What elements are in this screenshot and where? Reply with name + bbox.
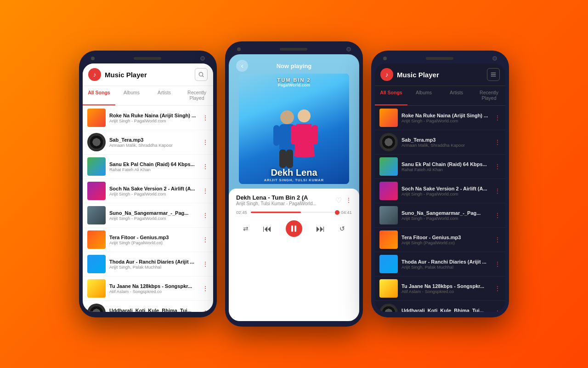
album-art: TUM BIN 2 PagalWorld.com [239,74,349,184]
notch-bar-3 [375,56,505,63]
d-song-item-9[interactable]: Uddharali_Koti_Kule_Bhima_Tuj... unknown… [375,301,505,312]
app-header-dark: ♪ Music Player [375,63,505,86]
song-item-5[interactable]: Suno_Na_Sangemarmar_-_Pag... Arijit Sing… [83,203,213,228]
app-title-light: Music Player [105,71,195,79]
d-song-more-8[interactable]: ⋮ [494,285,501,292]
np-song-main: Dekh Lena - Tum Bin 2 (A Arijit Singh, T… [236,194,335,206]
now-playing-title: Now playing [277,63,312,69]
song-item-2[interactable]: Sab_Tera.mp3 Armaan Malik, Shraddha Kapo… [83,130,213,155]
d-song-more-1[interactable]: ⋮ [494,114,501,121]
d-song-info-9: Uddharali_Koti_Kule_Bhima_Tuj... unknown [401,308,492,312]
song-title-3: Sanu Ek Pal Chain (Raid) 64 Kbps... [109,161,200,167]
heart-button[interactable]: ♡ [335,196,342,205]
song-artist-6: Arijit Singh (PagalWorld.co) [109,240,200,245]
d-song-item-6[interactable]: Tera Fitoor - Genius.mp3 Arijit Singh (P… [375,228,505,252]
d-song-more-7[interactable]: ⋮ [494,260,501,268]
song-title-7: Thoda Aur - Ranchi Diaries (Arijit ... [109,259,200,264]
song-thumb-9 [87,304,106,312]
dekh-lena-text: Dekh Lena [243,167,345,178]
d-song-thumb-2 [379,133,398,151]
np-header: ‹ Now playing [229,54,359,74]
tab-albums-dark[interactable]: Albums [407,86,440,105]
time-total: 04:41 [341,210,352,215]
d-song-more-9[interactable]: ⋮ [494,309,501,312]
song-info-9: Uddharali_Koti_Kule_Bhima_Tuj... unknown [109,308,200,312]
d-song-more-3[interactable]: ⋮ [494,163,501,170]
progress-thumb [335,210,339,215]
song-item-4[interactable]: Soch Na Sake Version 2 - Airlift (A... A… [83,179,213,203]
tab-all-songs-light[interactable]: All Songs [83,86,115,105]
music-note-icon: ♪ [93,71,96,78]
repeat-button[interactable]: ↺ [339,225,345,232]
song-item-3[interactable]: Sanu Ek Pal Chain (Raid) 64 Kbps... Raha… [83,155,213,179]
song-item-6[interactable]: Tera Fitoor - Genius.mp3 Arijit Singh (P… [83,228,213,252]
d-song-thumb-6 [379,230,398,249]
song-thumb-5 [87,206,106,224]
prev-button[interactable]: ⏮ [263,224,272,234]
player-controls: ⇄ ⏮ ⏭ ↺ [236,220,352,237]
svg-point-8 [298,109,311,122]
song-thumb-6 [87,230,106,249]
tabs-light: All Songs Albums Artists Recently Played [83,86,213,106]
song-thumb-2 [87,133,106,151]
d-song-title-3: Sanu Ek Pal Chain (Raid) 64 Kbps... [401,161,492,167]
song-more-7[interactable]: ⋮ [202,260,209,268]
d-song-more-4[interactable]: ⋮ [494,187,501,195]
song-more-4[interactable]: ⋮ [202,187,209,195]
camera-1 [200,56,205,61]
back-button[interactable]: ‹ [236,60,248,72]
d-song-item-3[interactable]: Sanu Ek Pal Chain (Raid) 64 Kbps... Raha… [375,155,505,179]
watermark-text: PagalWorld.com [239,83,349,87]
song-item-7[interactable]: Thoda Aur - Ranchi Diaries (Arijit ... A… [83,252,213,276]
d-song-item-5[interactable]: Suno_Na_Sangemarmar_-_Pag... Arijit Sing… [375,203,505,228]
d-song-thumb-8 [379,279,398,298]
tab-artists-light[interactable]: Artists [148,86,181,105]
d-song-item-4[interactable]: Soch Na Sake Version 2 - Airlift (A... A… [375,179,505,203]
song-item-1[interactable]: Roke Na Ruke Naina (Arijit Singh) ... Ar… [83,106,213,130]
d-song-item-8[interactable]: Tu Jaane Na 128kbps - Songspkr... Atif A… [375,276,505,301]
song-more-8[interactable]: ⋮ [202,285,209,292]
d-song-artist-8: Atif Aslam - Songspkred.co [401,289,492,294]
d-song-title-8: Tu Jaane Na 128kbps - Songspkr... [401,283,492,289]
song-more-9[interactable]: ⋮ [202,309,209,312]
d-song-more-2[interactable]: ⋮ [494,138,501,146]
phone-player: ‹ Now playing TUM BIN 2 PagalWorld.com [225,41,363,327]
d-song-title-5: Suno_Na_Sangemarmar_-_Pag... [401,210,492,216]
tab-albums-light[interactable]: Albums [115,86,148,105]
song-title-1: Roke Na Ruke Naina (Arijit Singh) ... [109,113,200,118]
d-song-item-1[interactable]: Roke Na Ruke Naina (Arijit Singh) ... Ar… [375,106,505,130]
song-thumb-4 [87,182,106,200]
tab-recently-played-light[interactable]: Recently Played [181,86,213,105]
d-song-thumb-9 [379,304,398,312]
next-button[interactable]: ⏭ [316,224,325,234]
song-more-6[interactable]: ⋮ [202,236,209,243]
song-more-1[interactable]: ⋮ [202,114,209,121]
d-song-thumb-4 [379,182,398,200]
tab-recently-played-dark[interactable]: Recently Played [473,86,505,105]
d-song-item-7[interactable]: Thoda Aur - Ranchi Diaries (Arijit ... A… [375,252,505,276]
song-more-2[interactable]: ⋮ [202,138,209,146]
d-song-info-8: Tu Jaane Na 128kbps - Songspkr... Atif A… [401,283,492,294]
d-song-item-2[interactable]: Sab_Tera.mp3 Armaan Malik, Shraddha Kapo… [375,130,505,155]
d-song-artist-5: Arijit Singh - PagalWorld.com [401,216,492,221]
menu-button-dark[interactable] [487,68,500,81]
song-item-9[interactable]: Uddharali_Koti_Kule_Bhima_Tuj... unknown… [83,301,213,312]
search-button-light[interactable] [195,68,208,81]
phone-dark: ♪ Music Player All Songs Albums Artists … [371,51,509,317]
song-more-5[interactable]: ⋮ [202,212,209,219]
tab-artists-dark[interactable]: Artists [440,86,473,105]
d-song-more-6[interactable]: ⋮ [494,236,501,243]
song-info-3: Sanu Ek Pal Chain (Raid) 64 Kbps... Raha… [109,161,200,172]
song-item-8[interactable]: Tu Jaane Na 128kbps - Songspkr... Atif A… [83,276,213,301]
progress-bar[interactable] [251,212,337,213]
song-thumb-7 [87,255,106,273]
tab-all-songs-dark[interactable]: All Songs [375,86,407,105]
d-song-more-5[interactable]: ⋮ [494,212,501,219]
tabs-dark: All Songs Albums Artists Recently Played [375,86,505,106]
song-more-3[interactable]: ⋮ [202,163,209,170]
shuffle-button[interactable]: ⇄ [243,225,249,232]
d-song-title-1: Roke Na Ruke Naina (Arijit Singh) ... [401,113,492,118]
np-more-button[interactable]: ⋮ [345,196,352,204]
pause-button[interactable] [286,220,302,237]
d-song-title-2: Sab_Tera.mp3 [401,137,492,143]
